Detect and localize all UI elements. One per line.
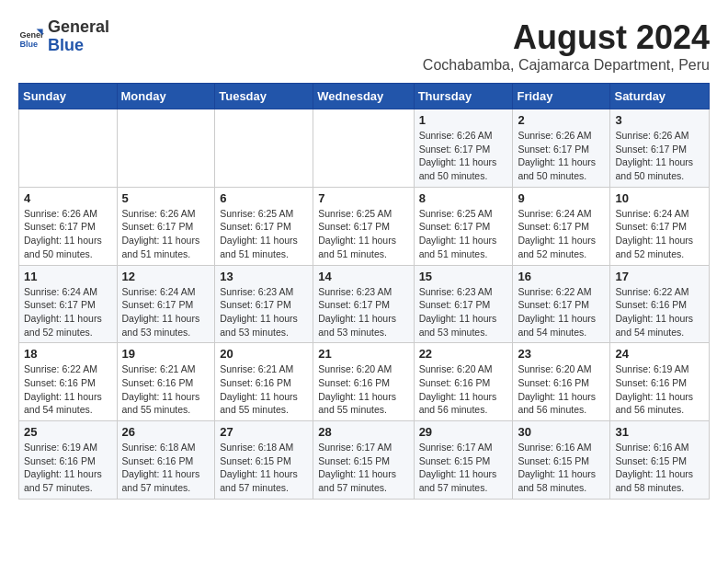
calendar-day-20: 20Sunrise: 6:21 AM Sunset: 6:16 PM Dayli…	[215, 343, 313, 421]
day-number: 25	[24, 425, 112, 439]
empty-day-cell	[215, 109, 313, 188]
day-info: Sunrise: 6:20 AM Sunset: 6:16 PM Dayligh…	[419, 362, 508, 417]
calendar-day-26: 26Sunrise: 6:18 AM Sunset: 6:16 PM Dayli…	[117, 421, 215, 500]
calendar-day-23: 23Sunrise: 6:20 AM Sunset: 6:16 PM Dayli…	[513, 343, 610, 421]
day-info: Sunrise: 6:20 AM Sunset: 6:16 PM Dayligh…	[318, 362, 408, 417]
day-info: Sunrise: 6:16 AM Sunset: 6:15 PM Dayligh…	[518, 441, 605, 495]
empty-day-cell	[117, 109, 215, 188]
calendar-day-13: 13Sunrise: 6:23 AM Sunset: 6:17 PM Dayli…	[215, 265, 313, 343]
logo-icon: General Blue	[18, 24, 44, 50]
weekday-header-monday: Monday	[117, 84, 215, 109]
day-number: 1	[419, 113, 508, 127]
calendar-day-4: 4Sunrise: 6:26 AM Sunset: 6:17 PM Daylig…	[19, 187, 118, 265]
empty-day-cell	[19, 109, 118, 188]
calendar-day-24: 24Sunrise: 6:19 AM Sunset: 6:16 PM Dayli…	[610, 343, 710, 421]
day-number: 11	[24, 270, 112, 283]
day-number: 5	[122, 191, 210, 205]
calendar-week-row: 1Sunrise: 6:26 AM Sunset: 6:17 PM Daylig…	[19, 109, 710, 188]
day-info: Sunrise: 6:22 AM Sunset: 6:17 PM Dayligh…	[518, 285, 605, 339]
day-number: 7	[318, 191, 408, 205]
calendar-day-2: 2Sunrise: 6:26 AM Sunset: 6:17 PM Daylig…	[513, 109, 610, 188]
calendar-day-21: 21Sunrise: 6:20 AM Sunset: 6:16 PM Dayli…	[313, 343, 414, 421]
day-info: Sunrise: 6:23 AM Sunset: 6:17 PM Dayligh…	[220, 285, 308, 339]
calendar-week-row: 4Sunrise: 6:26 AM Sunset: 6:17 PM Daylig…	[19, 187, 710, 265]
day-number: 12	[122, 270, 210, 283]
day-info: Sunrise: 6:19 AM Sunset: 6:16 PM Dayligh…	[615, 362, 704, 417]
calendar-day-18: 18Sunrise: 6:22 AM Sunset: 6:16 PM Dayli…	[19, 343, 118, 421]
day-info: Sunrise: 6:24 AM Sunset: 6:17 PM Dayligh…	[122, 285, 210, 339]
calendar-day-17: 17Sunrise: 6:22 AM Sunset: 6:16 PM Dayli…	[610, 265, 710, 343]
calendar-day-8: 8Sunrise: 6:25 AM Sunset: 6:17 PM Daylig…	[414, 187, 513, 265]
day-info: Sunrise: 6:25 AM Sunset: 6:17 PM Dayligh…	[220, 207, 308, 261]
day-number: 20	[220, 347, 308, 361]
day-number: 23	[518, 347, 605, 361]
calendar-day-19: 19Sunrise: 6:21 AM Sunset: 6:16 PM Dayli…	[117, 343, 215, 421]
weekday-header-sunday: Sunday	[19, 84, 118, 109]
day-info: Sunrise: 6:23 AM Sunset: 6:17 PM Dayligh…	[419, 285, 508, 339]
main-title: August 2024	[423, 18, 710, 57]
day-number: 14	[318, 270, 408, 283]
day-number: 10	[615, 191, 704, 205]
calendar-day-16: 16Sunrise: 6:22 AM Sunset: 6:17 PM Dayli…	[513, 265, 610, 343]
calendar-day-29: 29Sunrise: 6:17 AM Sunset: 6:15 PM Dayli…	[414, 421, 513, 500]
calendar-day-10: 10Sunrise: 6:24 AM Sunset: 6:17 PM Dayli…	[610, 187, 710, 265]
day-info: Sunrise: 6:17 AM Sunset: 6:15 PM Dayligh…	[419, 441, 508, 495]
calendar-day-9: 9Sunrise: 6:24 AM Sunset: 6:17 PM Daylig…	[513, 187, 610, 265]
calendar-day-30: 30Sunrise: 6:16 AM Sunset: 6:15 PM Dayli…	[513, 421, 610, 500]
calendar-day-15: 15Sunrise: 6:23 AM Sunset: 6:17 PM Dayli…	[414, 265, 513, 343]
day-number: 30	[518, 425, 605, 439]
weekday-header-row: SundayMondayTuesdayWednesdayThursdayFrid…	[19, 84, 710, 109]
day-number: 29	[419, 425, 508, 439]
calendar-day-11: 11Sunrise: 6:24 AM Sunset: 6:17 PM Dayli…	[19, 265, 118, 343]
calendar-day-1: 1Sunrise: 6:26 AM Sunset: 6:17 PM Daylig…	[414, 109, 513, 188]
day-number: 27	[220, 425, 308, 439]
day-number: 13	[220, 270, 308, 283]
day-info: Sunrise: 6:26 AM Sunset: 6:17 PM Dayligh…	[518, 129, 605, 183]
day-info: Sunrise: 6:26 AM Sunset: 6:17 PM Dayligh…	[615, 129, 704, 183]
day-number: 18	[24, 347, 112, 361]
day-info: Sunrise: 6:18 AM Sunset: 6:16 PM Dayligh…	[122, 441, 210, 495]
day-info: Sunrise: 6:25 AM Sunset: 6:17 PM Dayligh…	[318, 207, 408, 261]
logo-blue-text: Blue	[48, 36, 84, 54]
day-number: 15	[419, 270, 508, 283]
calendar-day-6: 6Sunrise: 6:25 AM Sunset: 6:17 PM Daylig…	[215, 187, 313, 265]
calendar-day-28: 28Sunrise: 6:17 AM Sunset: 6:15 PM Dayli…	[313, 421, 414, 500]
day-info: Sunrise: 6:18 AM Sunset: 6:15 PM Dayligh…	[220, 441, 308, 495]
calendar-day-31: 31Sunrise: 6:16 AM Sunset: 6:15 PM Dayli…	[610, 421, 710, 500]
day-info: Sunrise: 6:26 AM Sunset: 6:17 PM Dayligh…	[24, 207, 112, 261]
day-info: Sunrise: 6:25 AM Sunset: 6:17 PM Dayligh…	[419, 207, 508, 261]
day-number: 4	[24, 191, 112, 205]
weekday-header-thursday: Thursday	[414, 84, 513, 109]
calendar-day-12: 12Sunrise: 6:24 AM Sunset: 6:17 PM Dayli…	[117, 265, 215, 343]
day-number: 3	[615, 113, 704, 127]
day-info: Sunrise: 6:24 AM Sunset: 6:17 PM Dayligh…	[615, 207, 704, 261]
day-info: Sunrise: 6:16 AM Sunset: 6:15 PM Dayligh…	[615, 441, 704, 495]
day-number: 6	[220, 191, 308, 205]
header: General Blue General Blue August 2024 Co…	[18, 18, 710, 74]
subtitle: Cochabamba, Cajamarca Department, Peru	[423, 57, 710, 74]
day-info: Sunrise: 6:26 AM Sunset: 6:17 PM Dayligh…	[122, 207, 210, 261]
day-info: Sunrise: 6:17 AM Sunset: 6:15 PM Dayligh…	[318, 441, 408, 495]
title-section: August 2024 Cochabamba, Cajamarca Depart…	[423, 18, 710, 74]
day-number: 31	[615, 425, 704, 439]
day-number: 21	[318, 347, 408, 361]
day-info: Sunrise: 6:23 AM Sunset: 6:17 PM Dayligh…	[318, 285, 408, 339]
logo: General Blue General Blue	[18, 18, 109, 55]
day-number: 16	[518, 270, 605, 283]
day-number: 2	[518, 113, 605, 127]
weekday-header-saturday: Saturday	[610, 84, 710, 109]
day-info: Sunrise: 6:20 AM Sunset: 6:16 PM Dayligh…	[518, 362, 605, 417]
logo-general-text: General	[48, 17, 109, 36]
day-info: Sunrise: 6:24 AM Sunset: 6:17 PM Dayligh…	[518, 207, 605, 261]
weekday-header-tuesday: Tuesday	[215, 84, 313, 109]
day-info: Sunrise: 6:19 AM Sunset: 6:16 PM Dayligh…	[24, 441, 112, 495]
day-number: 8	[419, 191, 508, 205]
day-info: Sunrise: 6:21 AM Sunset: 6:16 PM Dayligh…	[220, 362, 308, 417]
calendar-week-row: 11Sunrise: 6:24 AM Sunset: 6:17 PM Dayli…	[19, 265, 710, 343]
weekday-header-friday: Friday	[513, 84, 610, 109]
calendar-week-row: 25Sunrise: 6:19 AM Sunset: 6:16 PM Dayli…	[19, 421, 710, 500]
day-number: 28	[318, 425, 408, 439]
calendar-day-3: 3Sunrise: 6:26 AM Sunset: 6:17 PM Daylig…	[610, 109, 710, 188]
calendar-day-27: 27Sunrise: 6:18 AM Sunset: 6:15 PM Dayli…	[215, 421, 313, 500]
day-number: 9	[518, 191, 605, 205]
